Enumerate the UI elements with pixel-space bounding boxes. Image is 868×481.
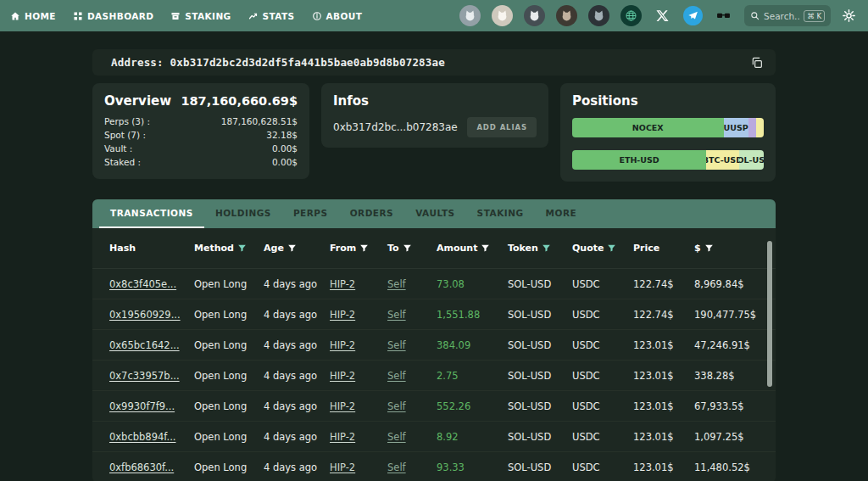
table-row: 0x7c33957b...Open Long4 days agoHIP-2Sel… <box>92 361 776 391</box>
from-link[interactable]: HIP-2 <box>330 278 387 290</box>
amount-cell: 93.33 <box>437 461 508 473</box>
to-link[interactable]: Self <box>387 370 437 382</box>
to-link[interactable]: Self <box>387 278 437 290</box>
col-label: To <box>387 243 399 254</box>
quote-cell: USDC <box>572 461 633 473</box>
nav-item-stats[interactable]: STATS <box>248 11 295 21</box>
col-to: To <box>387 243 437 254</box>
to-link[interactable]: Self <box>387 309 437 321</box>
nav-item-label: DASHBOARD <box>87 11 153 21</box>
tab-more[interactable]: MORE <box>535 199 588 228</box>
x-icon[interactable] <box>653 6 672 25</box>
tab-staking[interactable]: STAKING <box>466 199 535 228</box>
age-cell: 4 days ago <box>264 339 330 351</box>
position-segment[interactable]: ETH-USD <box>572 150 706 170</box>
overview-row-label: Vault : <box>104 142 132 155</box>
about-icon <box>312 11 322 21</box>
white-cat-avatar[interactable] <box>492 5 513 26</box>
filter-icon[interactable] <box>359 243 369 253</box>
search-input[interactable] <box>764 11 799 21</box>
position-segment[interactable]: NOCEX <box>572 118 724 137</box>
price-cell: 123.01$ <box>633 431 694 443</box>
nav-item-dashboard[interactable]: DASHBOARD <box>73 11 153 21</box>
table-row: 0xfb68630f...Open Long4 days agoHIP-2Sel… <box>92 452 776 481</box>
amount-cell: 73.08 <box>437 278 508 290</box>
to-link[interactable]: Self <box>387 461 437 473</box>
tab-transactions[interactable]: TRANSACTIONS <box>99 199 204 228</box>
home-icon <box>10 11 20 21</box>
tx-hash-link[interactable]: 0xfb68630f... <box>109 461 194 473</box>
filter-icon[interactable] <box>704 243 714 253</box>
overview-row-value: 0.00$ <box>272 155 298 169</box>
copy-address-button[interactable] <box>748 54 765 71</box>
nav-item-about[interactable]: ABOUT <box>312 11 363 21</box>
filter-icon[interactable] <box>607 243 616 253</box>
search-box[interactable]: ⌘ K <box>744 5 831 26</box>
from-link[interactable]: HIP-2 <box>330 309 387 321</box>
overview-row-value: 32.18$ <box>266 128 298 142</box>
to-link[interactable]: Self <box>387 339 437 351</box>
col-label: Price <box>633 243 659 254</box>
overview-total: 187,160,660.69$ <box>181 94 298 108</box>
col-token: Token <box>508 243 572 254</box>
address-text: Address: 0xb317d2bc2d3d2df5fa441b5bae0ab… <box>111 56 445 69</box>
nav-item-staking[interactable]: STAKING <box>170 11 231 21</box>
filter-icon[interactable] <box>237 243 247 253</box>
position-segment[interactable]: SOL-USD <box>739 150 764 170</box>
overview-row: Staked :0.00$ <box>104 155 298 169</box>
tx-hash-link[interactable]: 0x9930f7f9... <box>109 400 194 412</box>
tx-hash-link[interactable]: 0xbcbb894f... <box>109 431 194 443</box>
overview-card: Overview 187,160,660.69$ Perps (3) :187,… <box>92 83 309 179</box>
position-segment[interactable]: BTC-USD <box>706 150 738 170</box>
filter-icon[interactable] <box>481 243 490 253</box>
globe-avatar[interactable] <box>620 5 642 26</box>
tab-holdings[interactable]: HOLDINGS <box>204 199 282 228</box>
main-nav: HOMEDASHBOARDSTAKINGSTATSABOUT <box>10 11 379 21</box>
col-label: From <box>330 243 356 254</box>
nav-item-home[interactable]: HOME <box>10 11 56 21</box>
age-cell: 4 days ago <box>264 278 330 290</box>
tab-vaults[interactable]: VAULTS <box>404 199 465 228</box>
to-link[interactable]: Self <box>387 400 437 412</box>
amount-cell: 8.92 <box>437 431 508 443</box>
to-link[interactable]: Self <box>387 431 437 443</box>
octopus-avatar[interactable] <box>588 5 609 26</box>
col-label: Amount <box>437 243 477 254</box>
tx-hash-link[interactable]: 0x19560929... <box>109 309 194 321</box>
ape-avatar[interactable] <box>556 5 577 26</box>
price-cell: 122.74$ <box>633 309 694 321</box>
from-link[interactable]: HIP-2 <box>330 400 387 412</box>
overview-header: Overview 187,160,660.69$ <box>104 93 298 109</box>
tx-hash-link[interactable]: 0x8c3f405e... <box>109 278 194 290</box>
overview-row: Vault :0.00$ <box>104 142 298 155</box>
tx-hash-link[interactable]: 0x65bc1642... <box>109 339 194 351</box>
settings-gear-icon[interactable] <box>842 8 856 23</box>
tab-orders[interactable]: ORDERS <box>339 199 405 228</box>
tx-hash-link[interactable]: 0x7c33957b... <box>109 370 194 382</box>
position-segment[interactable]: UUSP <box>724 118 748 137</box>
husky-avatar[interactable] <box>459 5 481 26</box>
positions-bars: NOCEXUUSPETH-USDBTC-USDSOL-USD <box>572 118 764 170</box>
from-link[interactable]: HIP-2 <box>330 461 387 473</box>
telegram-icon[interactable] <box>683 6 703 25</box>
filter-icon[interactable] <box>287 243 297 253</box>
quote-cell: USDC <box>572 309 633 321</box>
navbar-right: ⌘ K <box>459 5 856 26</box>
from-link[interactable]: HIP-2 <box>330 431 387 443</box>
usd-cell: 190,477.75$ <box>694 309 765 321</box>
add-alias-button[interactable]: ADD ALIAS <box>467 117 537 137</box>
age-cell: 4 days ago <box>264 309 330 321</box>
position-segment[interactable] <box>756 118 764 137</box>
position-segment[interactable] <box>748 118 756 137</box>
filter-icon[interactable] <box>542 243 551 253</box>
usd-cell: 8,969.84$ <box>694 278 765 290</box>
from-link[interactable]: HIP-2 <box>330 339 387 351</box>
glasses-icon[interactable] <box>714 6 733 25</box>
overview-row-label: Spot (7) : <box>104 128 146 142</box>
tab-perps[interactable]: PERPS <box>282 199 339 228</box>
filter-icon[interactable] <box>403 243 412 253</box>
from-link[interactable]: HIP-2 <box>330 370 387 382</box>
token-cell: SOL-USD <box>508 370 572 382</box>
table-scrollbar[interactable] <box>767 241 772 387</box>
skull-cat-avatar[interactable] <box>524 5 545 26</box>
